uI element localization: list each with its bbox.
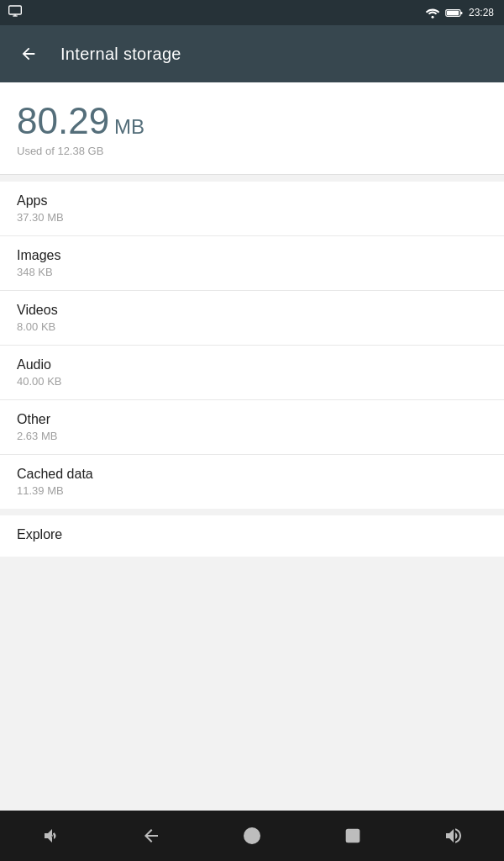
list-item-images-title: Images	[17, 248, 487, 263]
storage-number: 80.29	[17, 103, 109, 140]
nav-bar	[0, 811, 504, 861]
list-item-audio-subtitle: 40.00 KB	[17, 375, 487, 388]
list-item-images-subtitle: 348 KB	[17, 266, 487, 278]
list-item-videos[interactable]: Videos 8.00 KB	[0, 291, 504, 346]
recents-button[interactable]	[328, 811, 378, 861]
list-item-other[interactable]: Other 2.63 MB	[0, 400, 504, 455]
app-bar: Internal storage	[0, 25, 504, 82]
list-item-other-subtitle: 2.63 MB	[17, 430, 487, 442]
back-nav-button[interactable]	[126, 811, 176, 861]
battery-icon	[445, 8, 464, 18]
screen-icon	[8, 5, 22, 19]
list-item-apps-title: Apps	[17, 193, 487, 209]
volume-up-button[interactable]	[428, 811, 479, 861]
list-item-apps[interactable]: Apps 37.30 MB	[0, 182, 504, 236]
volume-down-button[interactable]	[25, 811, 76, 861]
list-item-explore[interactable]: Explore	[0, 515, 504, 557]
explore-section: Explore	[0, 515, 504, 557]
list-item-cached-data-title: Cached data	[17, 467, 487, 482]
storage-summary: 80.29 MB Used of 12.38 GB	[0, 82, 504, 175]
storage-used-label: Used of 12.38 GB	[17, 145, 487, 157]
storage-list: Apps 37.30 MB Images 348 KB Videos 8.00 …	[0, 182, 504, 509]
svg-rect-5	[460, 11, 462, 13]
list-item-apps-subtitle: 37.30 MB	[17, 211, 487, 224]
content-area: 80.29 MB Used of 12.38 GB Apps 37.30 MB …	[0, 82, 504, 557]
svg-rect-8	[347, 830, 360, 843]
list-item-cached-data[interactable]: Cached data 11.39 MB	[0, 455, 504, 509]
page-title: Internal storage	[60, 45, 181, 64]
svg-point-7	[244, 828, 260, 843]
svg-rect-6	[447, 10, 459, 15]
list-item-images[interactable]: Images 348 KB	[0, 236, 504, 291]
list-item-videos-subtitle: 8.00 KB	[17, 320, 487, 333]
list-item-videos-title: Videos	[17, 303, 487, 318]
list-item-other-title: Other	[17, 412, 487, 427]
svg-rect-0	[9, 6, 22, 14]
status-icons: 23:28	[425, 7, 494, 18]
svg-point-3	[431, 16, 433, 18]
status-bar: 23:28	[0, 0, 504, 25]
storage-amount: 80.29 MB	[17, 103, 487, 140]
storage-unit: MB	[114, 115, 144, 139]
section-gap-1	[0, 175, 504, 182]
list-item-audio[interactable]: Audio 40.00 KB	[0, 346, 504, 400]
status-time: 23:28	[469, 7, 494, 18]
home-button[interactable]	[227, 811, 277, 861]
list-item-explore-title: Explore	[17, 527, 487, 542]
list-item-cached-data-subtitle: 11.39 MB	[17, 484, 487, 497]
list-item-audio-title: Audio	[17, 357, 487, 372]
wifi-icon	[425, 7, 440, 18]
section-gap-2	[0, 509, 504, 515]
back-button[interactable]	[13, 39, 44, 69]
